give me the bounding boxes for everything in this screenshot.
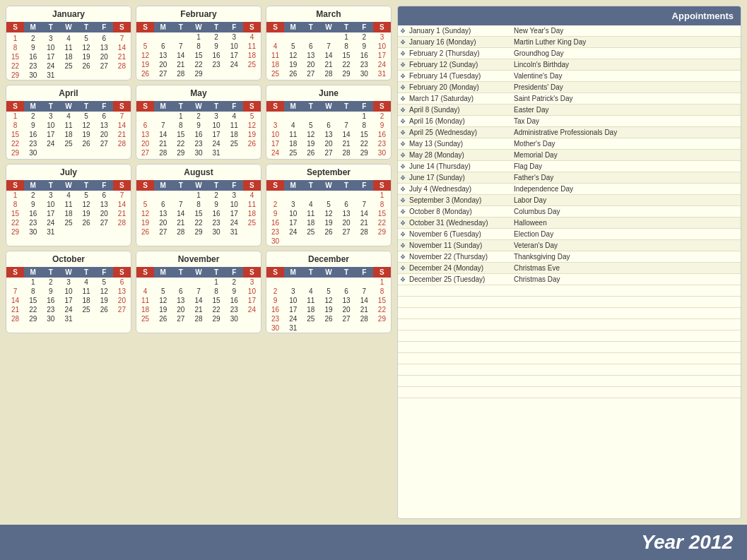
calendar-day: 18 <box>78 296 95 305</box>
calendar-february: FebruarySMTWTFS1234567891011121314151617… <box>136 6 261 81</box>
calendar-day: 15 <box>189 51 207 60</box>
appointment-bullet: ❖ <box>398 39 408 46</box>
calendar-day: 21 <box>355 305 373 314</box>
calendar-day: 9 <box>24 121 42 130</box>
calendar-day: 28 <box>154 148 172 157</box>
calendar-day: 11 <box>284 130 302 139</box>
appointment-row: ❖February 20 (Monday)Presidents' Day <box>398 82 741 93</box>
calendar-day: 9 <box>208 42 225 51</box>
calendar-day: 3 <box>373 32 391 42</box>
calendar-day: 20 <box>319 139 337 148</box>
calendar-day: 24 <box>42 61 59 71</box>
calendar-day: 2 <box>266 200 284 209</box>
calendar-day <box>113 314 131 323</box>
calendar-day: 26 <box>78 61 95 71</box>
calendar-day <box>208 78 225 80</box>
calendar-day: 2 <box>24 112 42 121</box>
day-header: F <box>355 22 373 32</box>
calendar-day <box>284 78 302 80</box>
calendar-day: 8 <box>189 42 207 51</box>
calendar-day: 25 <box>59 139 77 148</box>
calendar-july: JulySMTWTFS12345678910111213141516171819… <box>6 164 131 246</box>
appointment-bullet: ❖ <box>398 152 408 159</box>
calendar-day: 17 <box>225 209 243 218</box>
calendar-day: 11 <box>59 200 77 209</box>
calendar-day: 25 <box>225 139 243 148</box>
calendar-day: 29 <box>373 314 391 323</box>
calendar-day: 25 <box>266 69 284 78</box>
calendar-day: 10 <box>59 287 77 296</box>
calendar-day: 18 <box>59 52 77 61</box>
appointment-bullet: ❖ <box>398 95 408 102</box>
calendar-day: 4 <box>78 278 95 287</box>
calendar-day: 23 <box>266 227 284 237</box>
calendar-day <box>154 78 172 80</box>
calendar-day: 9 <box>373 121 391 130</box>
calendar-day: 11 <box>59 121 77 130</box>
calendar-day <box>225 78 243 80</box>
calendar-day: 5 <box>78 34 95 43</box>
appointment-bullet: ❖ <box>398 231 408 238</box>
day-header: T <box>172 101 189 112</box>
calendar-day: 25 <box>302 227 319 237</box>
calendar-day <box>302 157 319 159</box>
day-header: S <box>113 101 131 112</box>
day-header: T <box>42 101 59 112</box>
calendar-day <box>266 112 284 121</box>
calendar-day <box>78 227 95 237</box>
calendar-day: 17 <box>208 130 225 139</box>
calendar-day: 1 <box>355 112 373 121</box>
calendar-day: 29 <box>6 148 24 157</box>
calendar-month-name: March <box>266 6 391 22</box>
calendar-day <box>225 237 243 238</box>
day-header: F <box>95 22 113 32</box>
calendar-september: SeptemberSMTWTFS123456789101112131415161… <box>266 164 392 246</box>
day-header: T <box>338 180 355 191</box>
appointment-name: Martin Luther King Day <box>512 37 741 47</box>
calendar-day: 25 <box>78 305 95 314</box>
calendar-day <box>302 278 319 287</box>
calendar-day: 15 <box>189 209 207 218</box>
bottom-bar: Year 2012 <box>0 525 747 560</box>
calendar-day: 11 <box>225 121 243 130</box>
calendar-day: 29 <box>208 314 225 323</box>
calendar-day: 12 <box>319 296 337 305</box>
calendar-day: 7 <box>113 34 131 43</box>
calendar-day: 24 <box>243 305 261 314</box>
appointment-bullet: ❖ <box>398 129 408 136</box>
calendar-day: 21 <box>172 60 189 69</box>
calendar-day: 26 <box>78 218 95 227</box>
calendar-day: 27 <box>338 314 355 323</box>
calendar-day: 6 <box>338 200 355 209</box>
calendar-month-name: November <box>136 251 261 267</box>
calendar-month-name: December <box>266 251 391 267</box>
calendar-day <box>355 78 373 80</box>
appointment-bullet: ❖ <box>398 197 408 204</box>
calendar-day: 1 <box>373 278 391 287</box>
appointment-name: Tax Day <box>512 117 741 126</box>
calendar-day: 17 <box>42 52 59 61</box>
calendar-day: 17 <box>42 130 59 139</box>
calendar-day: 10 <box>42 121 59 130</box>
calendar-day: 27 <box>113 305 131 314</box>
appointment-bullet: ❖ <box>398 208 408 215</box>
calendar-day: 25 <box>59 61 77 71</box>
calendar-day: 26 <box>154 314 172 323</box>
calendar-day: 5 <box>302 121 319 130</box>
day-header: T <box>208 180 225 191</box>
year-label: Year 2012 <box>641 531 733 554</box>
calendar-day <box>136 32 154 42</box>
calendar-day: 27 <box>302 69 319 78</box>
calendar-day: 2 <box>225 278 243 287</box>
calendar-day: 8 <box>373 287 391 296</box>
day-header: F <box>225 101 243 112</box>
calendar-day: 20 <box>95 52 113 61</box>
appointment-name: Lincoln's Birthday <box>512 60 741 69</box>
calendar-day: 11 <box>243 42 261 51</box>
calendar-march: MarchSMTWTFS1234567891011121314151617181… <box>266 6 392 81</box>
calendar-day <box>225 323 243 325</box>
calendar-day <box>319 278 337 287</box>
calendar-day <box>208 237 225 238</box>
calendar-day: 9 <box>42 287 59 296</box>
calendar-day: 28 <box>172 227 189 237</box>
